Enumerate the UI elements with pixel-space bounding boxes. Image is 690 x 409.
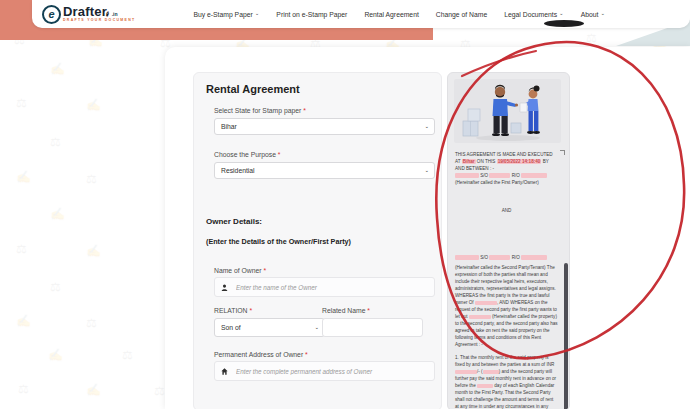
relation-select[interactable]: Son of ⌄ <box>214 318 325 337</box>
watermark-icon: ⚖ <box>154 384 165 398</box>
chevron-down-icon: ⌄ <box>314 325 319 331</box>
watermark-icon: ✍ <box>48 348 63 362</box>
relation-label: RELATION * <box>214 307 252 314</box>
watermark-icon: ✍ <box>50 62 65 76</box>
blank-field <box>521 255 547 260</box>
watermark-icon: ✍ <box>86 383 101 397</box>
person-icon <box>221 284 228 291</box>
home-icon <box>221 368 228 375</box>
state-select[interactable]: Bihar ⌄ <box>214 118 435 135</box>
moving-illustration <box>454 79 561 143</box>
watermark-icon: ⚖ <box>86 316 97 330</box>
second-party-paragraph: (Hereinafter called the Second Party/Ten… <box>455 264 558 348</box>
required-asterisk: * <box>303 107 306 114</box>
watermark-icon: ✍ <box>16 170 31 184</box>
rental-agreement-form: Rental Agreement Select State for Stamp … <box>193 72 442 409</box>
watermark-icon: ⚖ <box>16 242 27 256</box>
chevron-down-icon: ⌄ <box>424 124 429 130</box>
logo-tagline: DRAFTS YOUR DOCUMENT <box>63 19 135 23</box>
nav-item-print-on-estamp-paper[interactable]: Print on e-Stamp Paper <box>276 11 347 18</box>
watermark-icon: ⚖ <box>18 382 29 396</box>
expand-icon[interactable] <box>560 150 565 155</box>
purpose-select[interactable]: Residential ⌄ <box>214 162 435 179</box>
required-asterisk: * <box>264 267 267 274</box>
watermark-icon: ✍ <box>50 207 65 221</box>
chevron-down-icon: ⌄ <box>600 11 605 17</box>
watermark-icon: ⚖ <box>50 280 61 294</box>
agreement-preview-text: THIS AGREEMENT IS MADE AND EXECUTED AT B… <box>455 151 558 409</box>
logo-e-icon: e <box>42 5 61 24</box>
top-navbar: e Drafter ✒ .in DRAFTS YOUR DOCUMENT Buy… <box>32 0 690 28</box>
watermark-icon: ✍ <box>86 98 101 112</box>
logo-text: Drafter ✒ .in DRAFTS YOUR DOCUMENT <box>63 5 135 23</box>
purpose-label: Choose the Purpose * <box>214 151 281 158</box>
watermark-icon: ✍ <box>16 314 31 328</box>
owner-name-label: Name of Owner * <box>214 267 266 274</box>
second-party-blanks: S/O R/O <box>455 254 558 261</box>
logo-name: Drafter <box>63 5 107 18</box>
watermark-icon: ⚖ <box>122 348 133 362</box>
required-asterisk: * <box>305 351 308 358</box>
blank-field <box>483 370 499 375</box>
blank-field <box>477 384 493 389</box>
watermark-icon: ⚖ <box>86 172 97 186</box>
nav-item-rental-agreement[interactable]: Rental Agreement <box>364 11 418 18</box>
blank-field <box>489 255 510 260</box>
nav-item-buy-estamp-paper[interactable]: Buy e-Stamp Paper ⌄ <box>193 11 259 18</box>
owner-details-heading: Owner Details: <box>206 217 262 226</box>
required-asterisk: * <box>278 151 281 158</box>
watermark-icon: ✍ <box>86 244 101 258</box>
watermark-icon: ⚖ <box>586 31 597 45</box>
first-party-note: (Hereinafter called the First Party/Owne… <box>455 179 558 186</box>
watermark-icon: ⚖ <box>50 135 61 149</box>
agreement-intro: THIS AGREEMENT IS MADE AND EXECUTED AT B… <box>455 151 558 172</box>
owner-name-input[interactable] <box>234 283 428 292</box>
nav-item-legal-documents[interactable]: Legal Documents ⌄ <box>504 11 564 18</box>
partial-dark-circle <box>544 20 584 27</box>
and-separator: AND <box>455 207 558 214</box>
state-highlight: Bihar <box>462 159 476 164</box>
owner-address-label: Permanent Address of Owner * <box>214 351 308 358</box>
form-title: Rental Agreement <box>206 83 300 95</box>
owner-details-subheading: (Enter the Details of the Owner/First Pa… <box>206 237 351 246</box>
datetime-highlight: 19/05/2022 14:18:40 <box>497 159 542 164</box>
blank-field <box>521 173 547 178</box>
related-name-input[interactable] <box>323 322 432 339</box>
owner-address-field <box>214 361 435 381</box>
first-party-blanks: S/O R/O <box>455 172 558 179</box>
chevron-down-icon: ⌄ <box>255 11 260 17</box>
watermark-icon: ⚖ <box>16 96 27 110</box>
nav-item-about[interactable]: About ⌄ <box>581 11 605 18</box>
blank-field <box>475 301 497 306</box>
content-card: Rental Agreement Select State for Stamp … <box>165 47 690 409</box>
state-label: Select State for Stamp paper * <box>214 107 306 114</box>
nav-item-change-of-name[interactable]: Change of Name <box>436 11 487 18</box>
related-name-label: Related Name * <box>322 307 370 314</box>
blank-field <box>469 315 491 320</box>
blank-field <box>489 173 510 178</box>
chevron-down-icon: ⌄ <box>559 11 564 17</box>
owner-address-input[interactable] <box>234 367 428 376</box>
chevron-down-icon: ⌄ <box>424 168 429 174</box>
required-asterisk: * <box>249 307 252 314</box>
blank-field <box>455 173 479 178</box>
blank-field <box>455 370 477 375</box>
required-asterisk: * <box>367 307 370 314</box>
preview-scrollbar[interactable] <box>564 263 568 409</box>
related-name-field <box>322 318 423 337</box>
nav-menu: Buy e-Stamp Paper ⌄ Print on e-Stamp Pap… <box>193 11 605 18</box>
document-preview: THIS AGREEMENT IS MADE AND EXECUTED AT B… <box>447 72 570 409</box>
rent-paragraph: 1. That the monthly rent of the said pro… <box>455 354 558 409</box>
blank-field <box>455 255 479 260</box>
logo[interactable]: e Drafter ✒ .in DRAFTS YOUR DOCUMENT <box>42 5 135 24</box>
owner-name-field <box>214 277 435 297</box>
